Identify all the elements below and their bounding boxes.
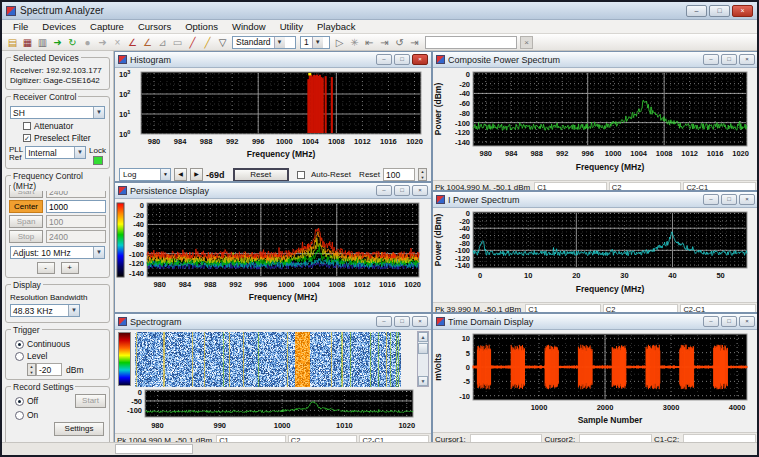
- scroll-down-icon[interactable]: ▼: [418, 376, 428, 386]
- step-start-icon[interactable]: ⇤: [362, 35, 377, 50]
- minimize-icon[interactable]: –: [703, 194, 719, 205]
- span-frequency-field[interactable]: 100: [46, 215, 106, 228]
- minimize-icon[interactable]: –: [376, 54, 392, 65]
- jump-end-icon[interactable]: ⇥: [407, 35, 422, 50]
- minimize-icon[interactable]: –: [703, 316, 719, 327]
- level-increment-button[interactable]: ▶: [190, 168, 203, 181]
- abort-icon[interactable]: ×: [110, 35, 125, 50]
- composite-titlebar[interactable]: Composite Power Spectrum – □ ×: [433, 52, 757, 68]
- auto-reset-checkbox[interactable]: [297, 171, 305, 179]
- record-start-button[interactable]: Start: [75, 394, 106, 408]
- maximize-icon[interactable]: □: [394, 316, 410, 327]
- preset-select[interactable]: Standard ▼: [232, 36, 296, 49]
- attenuator-checkbox[interactable]: [23, 122, 31, 130]
- histogram-reset-button[interactable]: Reset: [233, 168, 289, 182]
- cursor1-box[interactable]: C1: [525, 304, 601, 313]
- minimize-button[interactable]: –: [686, 5, 707, 17]
- region-select-icon[interactable]: ▭: [170, 35, 185, 50]
- close-icon[interactable]: ×: [739, 54, 755, 65]
- menu-playback[interactable]: Playback: [310, 21, 363, 32]
- menu-utility[interactable]: Utility: [273, 21, 310, 32]
- cursor2-box[interactable]: C2: [288, 435, 358, 442]
- histogram-titlebar[interactable]: Histogram – □ ×: [115, 52, 431, 68]
- span-frequency-button[interactable]: Span: [9, 215, 43, 228]
- trigger-continuous-radio[interactable]: [15, 340, 24, 349]
- forward-icon[interactable]: ➜: [95, 35, 110, 50]
- cursor-diff-box[interactable]: C2-C1: [359, 435, 429, 442]
- receiver-mode-select[interactable]: SH ▼: [10, 106, 105, 119]
- resolution-bandwidth-select[interactable]: 48.83 KHz ▼: [10, 304, 80, 317]
- cursor1-box[interactable]: C1: [534, 182, 607, 191]
- level-decrement-button[interactable]: ◀: [174, 168, 187, 181]
- record-on-radio[interactable]: [15, 411, 24, 420]
- maximize-icon[interactable]: □: [721, 194, 737, 205]
- close-icon[interactable]: ×: [412, 54, 428, 65]
- close-icon[interactable]: ×: [739, 194, 755, 205]
- play-icon[interactable]: ▷: [332, 35, 347, 50]
- menu-file[interactable]: File: [6, 21, 35, 32]
- frequency-increment-button[interactable]: +: [61, 262, 79, 274]
- trigger-level-spinner[interactable]: ▲▼: [27, 363, 36, 376]
- preselect-filter-checkbox[interactable]: ✓: [23, 134, 31, 142]
- cursor2-box[interactable]: C2: [609, 182, 682, 191]
- replay-icon[interactable]: ↺: [392, 35, 407, 50]
- cursor2-box[interactable]: [579, 434, 652, 442]
- cursor1-box[interactable]: C1: [216, 435, 286, 442]
- close-icon[interactable]: ×: [739, 316, 755, 327]
- cursor1-box[interactable]: [470, 434, 543, 442]
- stop-frequency-field[interactable]: 2400: [46, 230, 106, 243]
- step-end-icon[interactable]: ⇥: [377, 35, 392, 50]
- record-off-radio[interactable]: [15, 397, 24, 406]
- adjust-step-select[interactable]: Adjust: 10 MHz ▼: [10, 246, 105, 259]
- refresh-icon[interactable]: ↻: [65, 35, 80, 50]
- trigger-level-field[interactable]: -20: [36, 363, 62, 376]
- zoom-x-axis-icon[interactable]: ∠: [125, 35, 140, 50]
- menu-window[interactable]: Window: [225, 21, 273, 32]
- count-select[interactable]: 1 ▼: [300, 36, 330, 49]
- start-acquisition-icon[interactable]: ➜: [50, 35, 65, 50]
- playback-file-input[interactable]: [425, 36, 517, 49]
- record-icon[interactable]: ✳: [347, 35, 362, 50]
- scroll-up-icon[interactable]: ▲: [418, 332, 428, 342]
- maximize-icon[interactable]: □: [394, 54, 410, 65]
- stop-icon[interactable]: ●: [80, 35, 95, 50]
- menu-devices[interactable]: Devices: [35, 21, 83, 32]
- minimize-icon[interactable]: –: [376, 316, 392, 327]
- reset-count-field[interactable]: 100: [383, 168, 415, 181]
- maximize-button[interactable]: □: [709, 5, 730, 17]
- menu-options[interactable]: Options: [178, 21, 225, 32]
- timedomain-titlebar[interactable]: Time Domain Display – □ ×: [433, 314, 757, 330]
- filter-icon[interactable]: ▽: [215, 35, 230, 50]
- center-frequency-button[interactable]: Center: [9, 200, 43, 213]
- persistence-titlebar[interactable]: Persistence Display – □ ×: [115, 183, 431, 199]
- minimize-icon[interactable]: –: [376, 185, 392, 196]
- maximize-icon[interactable]: □: [721, 54, 737, 65]
- cursor-diff-box[interactable]: C2-C1: [683, 182, 756, 191]
- stop-frequency-button[interactable]: Stop: [9, 230, 43, 243]
- record-settings-button[interactable]: Settings: [54, 422, 104, 436]
- save-icon[interactable]: ▦: [20, 35, 35, 50]
- menu-cursors[interactable]: Cursors: [131, 21, 178, 32]
- ipower-titlebar[interactable]: I Power Spectrum – □ ×: [433, 192, 757, 208]
- minimize-icon[interactable]: –: [703, 54, 719, 65]
- center-frequency-field[interactable]: 1000: [46, 200, 106, 213]
- menu-capture[interactable]: Capture: [83, 21, 131, 32]
- reset-count-spinner[interactable]: ▲▼: [418, 168, 427, 181]
- print-icon[interactable]: ▥: [35, 35, 50, 50]
- cursor-diff-box[interactable]: [683, 434, 756, 442]
- cursor-diff-box[interactable]: C2-C1: [680, 304, 756, 313]
- maximize-icon[interactable]: □: [721, 316, 737, 327]
- pll-ref-select[interactable]: Internal ▼: [25, 146, 86, 159]
- measure-icon[interactable]: ⊿: [155, 35, 170, 50]
- close-icon[interactable]: ×: [412, 185, 428, 196]
- marker-icon[interactable]: ╱: [200, 35, 215, 50]
- close-button[interactable]: ×: [732, 5, 753, 17]
- close-icon[interactable]: ×: [412, 316, 428, 327]
- histogram-scale-select[interactable]: Log ▼: [119, 168, 171, 181]
- trigger-level-radio[interactable]: [15, 352, 24, 361]
- open-file-icon[interactable]: ▤: [5, 35, 20, 50]
- zoom-y-axis-icon[interactable]: ∠: [140, 35, 155, 50]
- scrollbar-thumb[interactable]: [418, 343, 428, 354]
- cursor2-box[interactable]: C2: [603, 304, 679, 313]
- maximize-icon[interactable]: □: [394, 185, 410, 196]
